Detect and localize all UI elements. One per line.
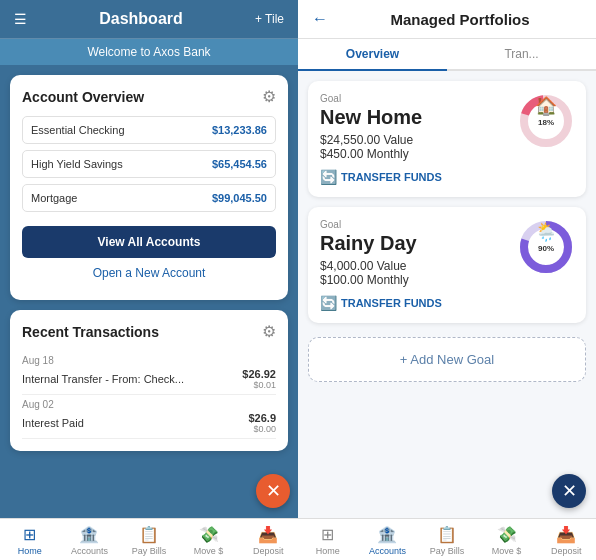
nav-home-right[interactable]: ⊞ Home [298,525,358,556]
account-name-savings: High Yield Savings [31,158,123,170]
transaction-info-1: Internal Transfer - From: Check... $26.9… [22,368,276,390]
portfolio-tabs: Overview Tran... [298,39,596,71]
nav-deposit-label-left: Deposit [253,546,284,556]
nav-paybills-right[interactable]: 📋 Pay Bills [417,525,477,556]
account-value-checking: $13,233.86 [212,124,267,136]
account-settings-icon[interactable]: ⚙ [262,87,276,106]
account-name-mortgage: Mortgage [31,192,77,204]
transfer-label-2: TRANSFER FUNDS [341,297,442,309]
right-panel: ← Managed Portfolios Overview Tran... Go… [298,0,596,560]
nav-deposit-left[interactable]: 📥 Deposit [238,525,298,556]
nav-home-label-left: Home [18,546,42,556]
welcome-banner: Welcome to Axos Bank [0,39,298,65]
transaction-sub-2: $0.00 [248,424,276,434]
nav-paybills-label-left: Pay Bills [132,546,167,556]
bottom-nav-right: ⊞ Home 🏦 Accounts 📋 Pay Bills 💸 Move $ 📥… [298,518,596,560]
transaction-sub-1: $0.01 [242,380,276,390]
account-row-savings[interactable]: High Yield Savings $65,454.56 [22,150,276,178]
tab-transactions[interactable]: Tran... [447,39,596,71]
welcome-text: Welcome to Axos Bank [87,45,210,59]
back-button[interactable]: ← [312,10,328,28]
home-icon-right: ⊞ [321,525,334,544]
nav-accounts-left[interactable]: 🏦 Accounts [60,525,120,556]
transaction-name-2: Interest Paid [22,417,84,429]
transfer-funds-2[interactable]: 🔄 TRANSFER FUNDS [320,295,574,311]
paybills-icon-left: 📋 [139,525,159,544]
tab-overview[interactable]: Overview [298,39,447,71]
goal-card-newhome: Goal New Home $24,550.00 Value $450.00 M… [308,81,586,197]
accounts-icon-right: 🏦 [377,525,397,544]
nav-accounts-right[interactable]: 🏦 Accounts [358,525,418,556]
transactions-title: Recent Transactions [22,324,159,340]
account-row-checking[interactable]: Essential Checking $13,233.86 [22,116,276,144]
svg-text:18%: 18% [538,118,554,127]
nav-accounts-label-left: Accounts [71,546,108,556]
account-overview-card: Account Overview ⚙ Essential Checking $1… [10,75,288,300]
moves-icon-left: 💸 [199,525,219,544]
nav-paybills-label-right: Pay Bills [430,546,465,556]
nav-home-label-right: Home [316,546,340,556]
left-header-title: Dashboard [99,10,183,28]
transaction-date-2: Aug 02 [22,399,276,410]
transfer-icon-1: 🔄 [320,169,337,185]
transaction-amount-2: $26.9 [248,412,276,424]
goals-list: Goal New Home $24,550.00 Value $450.00 M… [298,71,596,518]
transaction-date-1: Aug 18 [22,355,276,366]
transaction-info-2: Interest Paid $26.9 $0.00 [22,412,276,434]
deposit-icon-left: 📥 [258,525,278,544]
bottom-nav-left: ⊞ Home 🏦 Accounts 📋 Pay Bills 💸 Move $ 📥… [0,518,298,560]
open-new-account-button[interactable]: Open a New Account [22,258,276,288]
nav-moves-label-right: Move $ [492,546,522,556]
close-icon-left: ✕ [266,480,281,502]
goal-emoji-2: 🌦️ [535,221,557,243]
close-button-left[interactable]: ✕ [256,474,290,508]
donut-rainyday: 90% 🌦️ [516,217,576,277]
goal-emoji-1: 🏠 [535,95,557,117]
transaction-name-1: Internal Transfer - From: Check... [22,373,184,385]
right-header: ← Managed Portfolios [298,0,596,39]
nav-accounts-label-right: Accounts [369,546,406,556]
left-content: Account Overview ⚙ Essential Checking $1… [0,65,298,518]
account-value-savings: $65,454.56 [212,158,267,170]
nav-deposit-right[interactable]: 📥 Deposit [536,525,596,556]
left-header: ☰ Dashboard + Tile [0,0,298,39]
accounts-icon-left: 🏦 [79,525,99,544]
nav-moves-label-left: Move $ [194,546,224,556]
nav-moves-right[interactable]: 💸 Move $ [477,525,537,556]
account-overview-header: Account Overview ⚙ [22,87,276,106]
nav-deposit-label-right: Deposit [551,546,582,556]
moves-icon-right: 💸 [497,525,517,544]
nav-moves-left[interactable]: 💸 Move $ [179,525,239,556]
recent-transactions-card: Recent Transactions ⚙ Aug 18 Internal Tr… [10,310,288,451]
hamburger-icon[interactable]: ☰ [14,11,27,27]
goal-card-rainyday: Goal Rainy Day $4,000.00 Value $100.00 M… [308,207,586,323]
transaction-item-1[interactable]: Aug 18 Internal Transfer - From: Check..… [22,351,276,395]
transaction-amount-1: $26.92 [242,368,276,380]
transactions-header: Recent Transactions ⚙ [22,322,276,341]
transactions-settings-icon[interactable]: ⚙ [262,322,276,341]
view-all-accounts-button[interactable]: View All Accounts [22,226,276,258]
transfer-icon-2: 🔄 [320,295,337,311]
paybills-icon-right: 📋 [437,525,457,544]
home-icon-left: ⊞ [23,525,36,544]
donut-newhome: 18% 🏠 [516,91,576,151]
account-value-mortgage: $99,045.50 [212,192,267,204]
deposit-icon-right: 📥 [556,525,576,544]
right-header-title: Managed Portfolios [338,11,582,28]
nav-paybills-left[interactable]: 📋 Pay Bills [119,525,179,556]
transaction-item-2[interactable]: Aug 02 Interest Paid $26.9 $0.00 [22,395,276,439]
transfer-funds-1[interactable]: 🔄 TRANSFER FUNDS [320,169,574,185]
close-icon-right: ✕ [562,480,577,502]
add-new-goal-button[interactable]: + Add New Goal [308,337,586,382]
account-row-mortgage[interactable]: Mortgage $99,045.50 [22,184,276,212]
left-panel: ☰ Dashboard + Tile Welcome to Axos Bank … [0,0,298,560]
transfer-label-1: TRANSFER FUNDS [341,171,442,183]
add-tile-button[interactable]: + Tile [255,12,284,26]
nav-home-left[interactable]: ⊞ Home [0,525,60,556]
svg-text:90%: 90% [538,244,554,253]
close-button-right[interactable]: ✕ [552,474,586,508]
account-name-checking: Essential Checking [31,124,125,136]
account-overview-title: Account Overview [22,89,144,105]
